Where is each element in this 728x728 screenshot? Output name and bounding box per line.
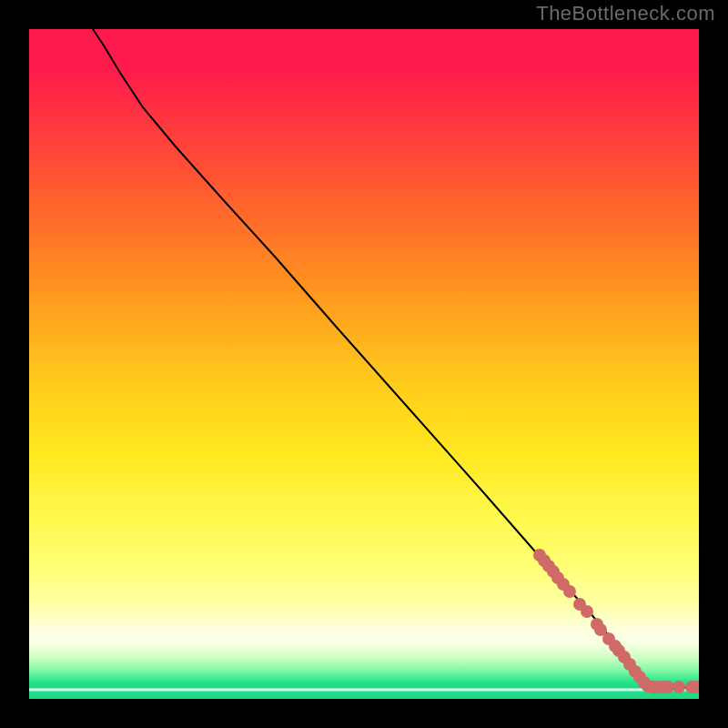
data-marker <box>662 681 674 693</box>
watermark-text: TheBottleneck.com <box>536 2 715 25</box>
marker-group <box>533 549 699 693</box>
chart-overlay <box>29 29 699 699</box>
performance-curve <box>93 29 699 688</box>
data-marker <box>563 585 576 598</box>
chart-stage: TheBottleneck.com <box>0 0 728 728</box>
data-marker <box>581 605 593 618</box>
data-marker <box>672 681 685 693</box>
plot-area <box>29 29 699 699</box>
